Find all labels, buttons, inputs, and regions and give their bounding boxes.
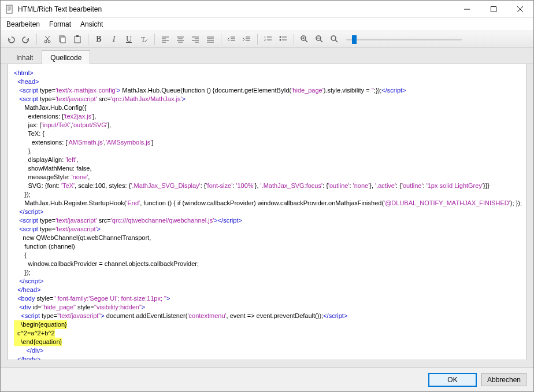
zoom-reset-icon: [330, 35, 339, 44]
underline-button[interactable]: U: [122, 32, 136, 46]
undo-icon: [6, 35, 16, 44]
bold-icon: B: [96, 35, 101, 44]
bold-button[interactable]: B: [92, 32, 106, 46]
toolbar: B I U T 12: [1, 31, 533, 48]
ordered-list-button[interactable]: 12: [261, 32, 275, 46]
align-justify-button[interactable]: [203, 32, 217, 46]
svg-point-10: [48, 40, 50, 43]
italic-icon: I: [113, 35, 116, 44]
align-left-icon: [161, 35, 170, 44]
dialog-footer: OK Abbrechen: [1, 367, 533, 391]
zoom-out-button[interactable]: [313, 32, 327, 46]
redo-icon: [21, 35, 31, 44]
svg-point-9: [44, 40, 47, 43]
align-left-button[interactable]: [158, 32, 172, 46]
menubar: Bearbeiten Format Ansicht: [1, 18, 533, 31]
align-justify-icon: [206, 35, 215, 44]
svg-rect-6: [491, 6, 496, 12]
zoom-slider[interactable]: [346, 39, 462, 40]
align-right-icon: [191, 35, 200, 44]
svg-text:2: 2: [264, 38, 266, 42]
paste-icon: [73, 35, 82, 44]
source-editor[interactable]: <html> <head> <script type='text/x-mathj…: [8, 64, 526, 360]
align-right-button[interactable]: [188, 32, 202, 46]
minimize-button[interactable]: [454, 1, 480, 17]
align-center-icon: [176, 35, 185, 44]
tabstrip: Inhalt Quellcode: [1, 48, 533, 64]
outdent-button[interactable]: [225, 32, 239, 46]
cancel-button[interactable]: Abbrechen: [481, 373, 526, 386]
undo-button[interactable]: [4, 32, 18, 46]
outdent-icon: [227, 35, 236, 44]
unordered-list-button[interactable]: [276, 32, 290, 46]
align-center-button[interactable]: [173, 32, 187, 46]
cut-button[interactable]: [40, 32, 54, 46]
maximize-button[interactable]: [480, 1, 507, 17]
tab-content[interactable]: Inhalt: [8, 50, 42, 64]
editor-area: <html> <head> <script type='text/x-mathj…: [1, 64, 533, 367]
clear-format-icon: T: [139, 35, 149, 44]
menu-format[interactable]: Format: [49, 20, 71, 28]
svg-line-57: [335, 40, 338, 42]
copy-button[interactable]: [55, 32, 69, 46]
svg-rect-16: [76, 35, 79, 37]
unordered-list-icon: [279, 35, 288, 44]
svg-rect-15: [75, 36, 80, 43]
zoom-in-button[interactable]: [298, 32, 312, 46]
indent-icon: [242, 35, 251, 44]
app-icon: [5, 5, 14, 14]
zoom-in-icon: [300, 35, 309, 44]
indent-button[interactable]: [240, 32, 254, 46]
scissors-icon: [43, 35, 52, 44]
menu-edit[interactable]: Bearbeiten: [6, 20, 40, 28]
zoom-reset-button[interactable]: [328, 32, 342, 46]
svg-line-50: [305, 40, 307, 42]
close-button[interactable]: [507, 1, 533, 17]
zoom-out-icon: [315, 35, 324, 44]
copy-icon: [58, 35, 67, 44]
toolbar-separator: [36, 34, 37, 45]
ok-button[interactable]: OK: [428, 373, 477, 387]
underline-icon: U: [126, 35, 132, 44]
svg-line-54: [320, 40, 322, 42]
clear-format-button[interactable]: T: [137, 32, 151, 46]
tab-source[interactable]: Quellcode: [42, 50, 90, 64]
toolbar-separator: [221, 34, 221, 45]
toolbar-separator: [257, 34, 258, 45]
window-title: HTML/Rich Text bearbeiten: [18, 5, 454, 13]
svg-point-45: [280, 36, 281, 38]
toolbar-separator: [154, 34, 155, 45]
ordered-list-icon: 12: [264, 35, 273, 44]
titlebar: HTML/Rich Text bearbeiten: [1, 1, 533, 18]
window: HTML/Rich Text bearbeiten Bearbeiten For…: [0, 0, 534, 392]
paste-button[interactable]: [71, 32, 84, 46]
menu-view[interactable]: Ansicht: [80, 20, 103, 28]
svg-point-56: [331, 36, 336, 40]
svg-point-46: [280, 39, 281, 41]
redo-button[interactable]: [19, 32, 33, 46]
svg-rect-14: [61, 37, 65, 43]
toolbar-separator: [88, 34, 88, 45]
italic-button[interactable]: I: [107, 32, 121, 46]
toolbar-separator: [294, 34, 294, 45]
